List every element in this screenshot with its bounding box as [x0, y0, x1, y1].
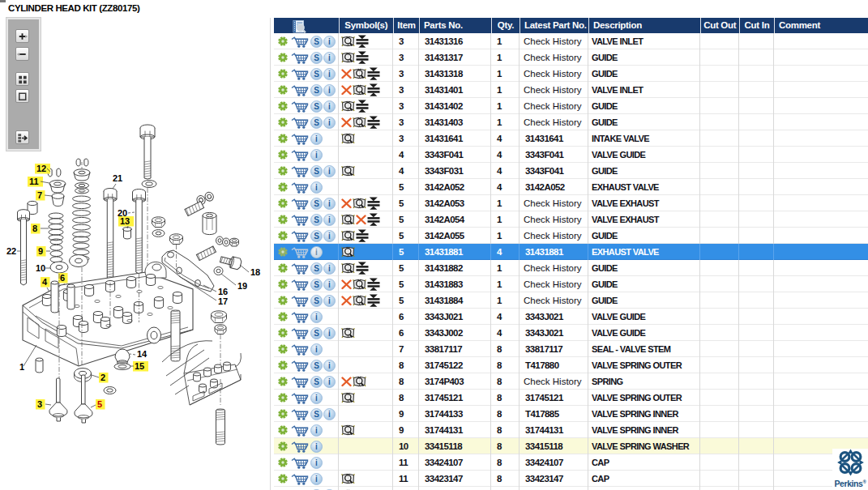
svg-text:S: S	[314, 264, 319, 273]
svg-text:10: 10	[36, 263, 45, 273]
svg-text:i: i	[328, 296, 331, 305]
svg-text:i: i	[315, 151, 318, 160]
svg-text:S: S	[314, 280, 319, 289]
svg-text:i: i	[328, 86, 331, 95]
svg-text:i: i	[328, 199, 331, 208]
svg-text:S: S	[314, 118, 319, 127]
svg-text:6: 6	[60, 273, 65, 283]
svg-text:S: S	[314, 361, 319, 370]
svg-text:i: i	[315, 345, 318, 354]
svg-text:i: i	[328, 37, 331, 46]
svg-text:i: i	[328, 361, 331, 370]
svg-text:i: i	[315, 475, 318, 484]
svg-text:S: S	[314, 410, 319, 419]
svg-text:17: 17	[218, 296, 228, 306]
svg-text:S: S	[314, 86, 319, 95]
svg-text:i: i	[328, 377, 331, 386]
svg-text:7: 7	[37, 190, 42, 200]
svg-text:S: S	[314, 167, 319, 176]
svg-text:S: S	[314, 296, 319, 305]
svg-text:i: i	[328, 264, 331, 273]
svg-text:i: i	[315, 183, 318, 192]
svg-text:18: 18	[250, 267, 260, 277]
svg-text:S: S	[314, 37, 319, 46]
svg-text:S: S	[314, 377, 319, 386]
svg-text:13: 13	[120, 216, 130, 226]
svg-text:i: i	[315, 313, 318, 322]
svg-text:S: S	[314, 232, 319, 241]
svg-text:8: 8	[32, 224, 37, 233]
svg-text:14: 14	[137, 349, 148, 359]
svg-text:4: 4	[42, 277, 48, 287]
svg-text:i: i	[328, 329, 331, 338]
svg-text:S: S	[314, 70, 319, 79]
svg-text:11: 11	[29, 177, 39, 186]
svg-text:i: i	[328, 167, 331, 176]
svg-text:12: 12	[36, 164, 46, 173]
svg-text:i: i	[328, 410, 331, 419]
svg-text:5: 5	[97, 399, 102, 409]
svg-text:i: i	[315, 442, 318, 451]
svg-text:i: i	[328, 280, 331, 289]
svg-text:1: 1	[19, 362, 24, 372]
svg-text:S: S	[314, 102, 319, 111]
svg-text:15: 15	[135, 361, 144, 371]
svg-text:i: i	[315, 426, 318, 435]
svg-text:S: S	[314, 53, 319, 62]
svg-text:21: 21	[113, 173, 122, 183]
svg-text:i: i	[315, 458, 318, 467]
svg-text:16: 16	[218, 287, 228, 296]
svg-text:3: 3	[37, 399, 42, 409]
svg-text:9: 9	[38, 246, 43, 256]
svg-text:i: i	[328, 70, 331, 79]
svg-text:i: i	[328, 53, 331, 62]
svg-text:19: 19	[237, 281, 247, 291]
svg-text:i: i	[328, 232, 331, 241]
svg-text:S: S	[314, 199, 319, 208]
svg-text:i: i	[328, 215, 331, 224]
svg-text:i: i	[315, 394, 318, 403]
svg-text:i: i	[328, 118, 331, 127]
svg-text:i: i	[315, 248, 318, 257]
svg-text:i: i	[328, 102, 331, 111]
svg-text:S: S	[314, 215, 319, 224]
svg-text:i: i	[315, 134, 318, 143]
svg-text:2: 2	[100, 373, 105, 382]
svg-text:22: 22	[6, 246, 16, 256]
svg-text:S: S	[314, 329, 319, 338]
